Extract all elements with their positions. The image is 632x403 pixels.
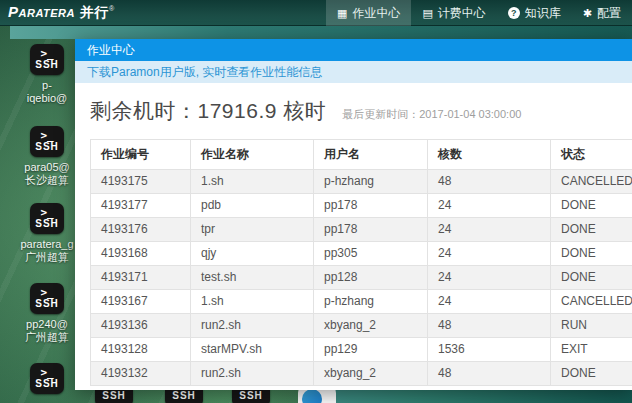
table-cell: 1536 <box>428 338 551 362</box>
paratera-logo: Paratera 并行 ® <box>8 3 114 22</box>
table-cell: 24 <box>428 242 551 266</box>
table-cell: DONE <box>551 362 632 386</box>
jobs-icon: ▦ <box>337 8 347 19</box>
table-row[interactable]: 4193177pdbpp17824DONE <box>91 194 632 218</box>
ssh-desktop-icon[interactable]: >_SSHpp240@广州超算 <box>12 283 82 344</box>
table-cell: 4193168 <box>91 242 191 266</box>
label-line: 长沙超算 <box>12 174 82 187</box>
table-cell: DONE <box>551 194 632 218</box>
table-cell: 4193177 <box>91 194 191 218</box>
brand-en: Paratera <box>8 3 75 20</box>
table-cell: 1.sh <box>191 170 314 194</box>
table-header-cell: 作业名称 <box>191 140 314 170</box>
table-cell: qjy <box>191 242 314 266</box>
table-cell: 24 <box>428 266 551 290</box>
panel-title-bar: 作业中心 <box>75 39 632 61</box>
ssh-text: SSH <box>35 218 59 229</box>
nav-menu: ▦作业中心▤计费中心?知识库✱配置 <box>326 0 632 26</box>
brand-cn: 并行 <box>80 4 108 22</box>
table-row[interactable]: 4193171test.shpp12824DONE <box>91 266 632 290</box>
panel-body: 剩余机时：17916.9 核时 最后更新时间：2017-01-04 03:00:… <box>75 83 632 390</box>
nav-item-label: 知识库 <box>525 5 561 22</box>
table-header-cell: 用户名 <box>314 140 428 170</box>
jobs-table: 作业编号作业名称用户名核数状态 41931751.shp-hzhang48CAN… <box>90 139 632 386</box>
paramon-download-link[interactable]: 下载Paramon用户版, 实时查看作业性能信息 <box>75 61 632 83</box>
terminal-prompt-glyph: >_ <box>40 131 53 141</box>
remaining-core-hours: 剩余机时：17916.9 核时 <box>90 97 326 125</box>
last-update-time: 最后更新时间：2017-01-04 03:00:00 <box>342 107 521 122</box>
nav-item-label: 配置 <box>597 5 621 22</box>
table-cell: pp128 <box>314 266 428 290</box>
table-cell: pp178 <box>314 194 428 218</box>
nav-item-label: 计费中心 <box>438 5 486 22</box>
table-cell: RUN <box>551 314 632 338</box>
desktop-icon-label: p-iqebio@ <box>12 79 82 105</box>
ssh-text: SSH <box>35 141 59 152</box>
label-line: para05@ <box>12 161 82 174</box>
table-cell: starMPV.sh <box>191 338 314 362</box>
table-row[interactable]: 4193136run2.shxbyang_248RUN <box>91 314 632 338</box>
table-header-cell: 作业编号 <box>91 140 191 170</box>
nav-item-knowledge[interactable]: ?知识库 <box>497 0 572 26</box>
table-cell: EXIT <box>551 338 632 362</box>
table-cell: 4193171 <box>91 266 191 290</box>
table-cell: 4193136 <box>91 314 191 338</box>
table-row[interactable]: 4193128starMPV.shpp1291536EXIT <box>91 338 632 362</box>
table-cell: xbyang_2 <box>314 314 428 338</box>
table-row[interactable]: 4193176tprpp17824DONE <box>91 218 632 242</box>
desktop-icon-label: paratera_g广州超算 <box>12 238 82 264</box>
label-line: pp240@ <box>12 318 82 331</box>
page-header-strip <box>10 26 632 39</box>
ssh-terminal-icon: >_SSH <box>30 203 64 234</box>
table-cell: 48 <box>428 170 551 194</box>
table-row[interactable]: 4193168qjypp30524DONE <box>91 242 632 266</box>
label-line: iqebio@ <box>12 92 82 105</box>
nav-item-settings[interactable]: ✱配置 <box>572 0 632 26</box>
label-line: p- <box>12 79 82 92</box>
table-cell: pp129 <box>314 338 428 362</box>
ssh-text: SSH <box>35 298 59 309</box>
label-line: 广州超算 <box>12 331 82 344</box>
nav-item-billing[interactable]: ▤计费中心 <box>411 0 496 26</box>
table-cell: 24 <box>428 218 551 242</box>
table-cell: p-hzhang <box>314 170 428 194</box>
app-icon-logo <box>302 389 322 403</box>
table-cell: pdb <box>191 194 314 218</box>
table-cell: 4193176 <box>91 218 191 242</box>
ssh-text: SSH <box>35 378 59 389</box>
terminal-prompt-glyph: >_ <box>40 288 53 298</box>
screen: Paratera 并行 ® ▦作业中心▤计费中心?知识库✱配置 >_SSHp-i… <box>0 0 632 403</box>
settings-icon: ✱ <box>583 8 592 19</box>
ssh-terminal-icon: >_SSH <box>30 363 64 394</box>
ssh-desktop-icon[interactable]: >_SSHpara05@长沙超算 <box>12 126 82 187</box>
table-cell: 4193167 <box>91 290 191 314</box>
ssh-desktop-icon[interactable]: >_SSHp-iqebio@ <box>12 44 82 105</box>
table-row[interactable]: 4193132run2.shxbyang_248DONE <box>91 362 632 386</box>
table-cell: xbyang_2 <box>314 362 428 386</box>
desktop-icon-label: pp240@广州超算 <box>12 318 82 344</box>
table-cell: 4193128 <box>91 338 191 362</box>
nav-item-label: 作业中心 <box>352 5 400 22</box>
label-line: 广州超算 <box>12 251 82 264</box>
table-cell: 48 <box>428 362 551 386</box>
ssh-desktop-icon[interactable]: >_SSH <box>12 363 82 394</box>
table-cell: p-hzhang <box>314 290 428 314</box>
table-row[interactable]: 41931671.shp-hzhang24CANCELLED <box>91 290 632 314</box>
table-header-row: 作业编号作业名称用户名核数状态 <box>91 140 632 170</box>
table-cell: 24 <box>428 290 551 314</box>
table-cell: 4193132 <box>91 362 191 386</box>
desktop-icon-label: para05@长沙超算 <box>12 161 82 187</box>
table-cell: run2.sh <box>191 362 314 386</box>
ssh-desktop-icon[interactable]: >_SSHparatera_g广州超算 <box>12 203 82 264</box>
table-header-cell: 核数 <box>428 140 551 170</box>
table-cell: test.sh <box>191 266 314 290</box>
ssh-text: SSH <box>35 59 59 70</box>
ssh-terminal-icon: >_SSH <box>30 44 64 75</box>
table-cell: 24 <box>428 194 551 218</box>
billing-icon: ▤ <box>422 8 432 19</box>
table-header-cell: 状态 <box>551 140 632 170</box>
table-row[interactable]: 41931751.shp-hzhang48CANCELLED <box>91 170 632 194</box>
table-cell: 1.sh <box>191 290 314 314</box>
table-cell: tpr <box>191 218 314 242</box>
nav-item-jobs[interactable]: ▦作业中心 <box>326 0 411 26</box>
